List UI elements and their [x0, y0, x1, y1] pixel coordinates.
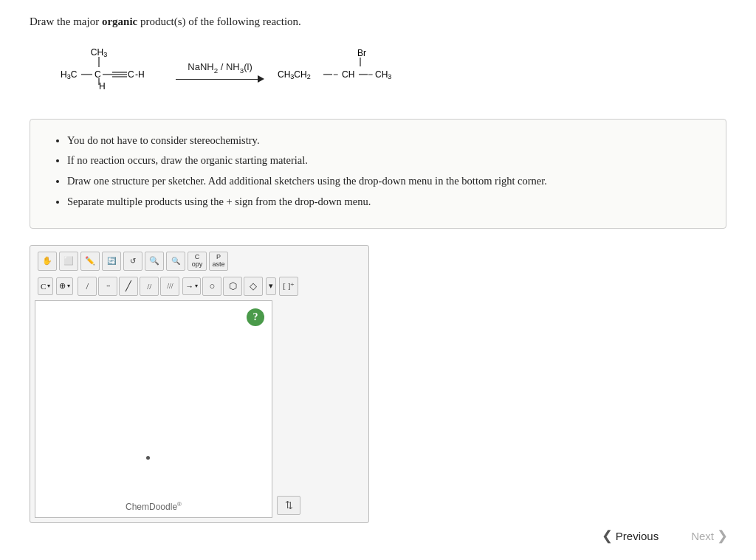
svg-text:CH: CH	[342, 69, 354, 80]
organic-bold: organic	[102, 15, 137, 27]
ring-hex-btn[interactable]: ⬡	[223, 277, 242, 296]
sketcher-canvas[interactable]: ? ChemDoodle®	[35, 300, 272, 518]
svg-text:C: C	[128, 69, 134, 80]
svg-text:−: −	[368, 69, 373, 80]
sketcher-wrapper: ✋ ⬜ ✏️ 🔄 ↺ 🔍 🔍 Copy Paste	[30, 245, 369, 523]
chemdoodle-label: ChemDoodle®	[126, 502, 182, 512]
canvas-dropdown-btn[interactable]: ⇅	[277, 496, 300, 515]
atom-plus-chevron: ▾	[67, 283, 70, 289]
bond-triple-btn[interactable]: ///	[160, 277, 179, 296]
arrow-dropdown[interactable]: → ▾	[182, 277, 201, 295]
ring-arrow-label: ▾	[269, 281, 273, 291]
instructions-box: You do not have to consider stereochemis…	[30, 119, 726, 229]
chemdoodle-reg: ®	[177, 501, 182, 508]
lasso-tool-btn[interactable]: 🔄	[102, 252, 121, 271]
svg-text:−: −	[333, 69, 338, 80]
ring-arrow-dropdown[interactable]: ▾	[266, 277, 276, 295]
svg-text:CH3: CH3	[91, 47, 107, 58]
paste-btn[interactable]: Paste	[209, 252, 228, 271]
instructions-list: You do not have to consider stereochemis…	[51, 133, 705, 210]
reagent-label: NaNH2 / NH3(l)	[188, 61, 252, 75]
pencil-tool-btn[interactable]: ✏️	[80, 252, 100, 271]
help-circle-btn[interactable]: ?	[247, 308, 264, 326]
instruction-item-3: Draw one structure per sketcher. Add add…	[67, 173, 705, 190]
question-text: Draw the major organic product(s) of the…	[30, 13, 726, 30]
zoom-out-btn[interactable]: 🔍	[166, 252, 185, 271]
sketcher-toolbar-top: ✋ ⬜ ✏️ 🔄 ↺ 🔍 🔍 Copy Paste	[35, 250, 364, 272]
element-c-label: C	[41, 282, 46, 291]
svg-text:C: C	[94, 69, 101, 80]
next-button[interactable]: Next ❯	[675, 520, 744, 551]
bracket-btn[interactable]: [ ]⁺	[279, 277, 298, 296]
nav-buttons: ❮ Previous Next ❯	[574, 511, 756, 560]
bond-wedge-btn[interactable]: ╱	[119, 277, 138, 296]
instruction-item-2: If no reaction occurs, draw the organic …	[67, 153, 705, 169]
bond-double-btn[interactable]: //	[140, 277, 159, 296]
element-c-chevron: ▾	[47, 283, 50, 289]
bond-single-btn[interactable]: /	[78, 277, 97, 296]
element-c-dropdown[interactable]: C ▾	[38, 277, 53, 295]
svg-text:H: H	[99, 81, 106, 91]
reactant-molecule: CH3 H3C C H C -H	[59, 46, 162, 98]
instruction-item-1: You do not have to consider stereochemis…	[67, 133, 705, 149]
atom-plus-dropdown[interactable]: ⊕ ▾	[56, 277, 73, 295]
bond-dashed-btn[interactable]: ···	[98, 277, 117, 296]
hand-tool-btn[interactable]: ✋	[38, 252, 57, 271]
zoom-in-btn[interactable]: 🔍	[145, 252, 164, 271]
arrow-chevron: ▾	[195, 283, 198, 289]
lasso-plus-tool-btn[interactable]: ↺	[123, 252, 142, 271]
canvas-dot	[146, 456, 150, 460]
copy-btn[interactable]: Copy	[188, 252, 207, 271]
next-chevron-icon: ❯	[717, 528, 728, 544]
svg-text:-H: -H	[135, 69, 145, 80]
instruction-item-4: Separate multiple products using the + s…	[67, 194, 705, 210]
previous-chevron-icon: ❮	[602, 528, 613, 544]
ring-diamond-btn[interactable]: ◇	[244, 277, 263, 296]
arrow-label: →	[185, 282, 193, 291]
svg-text:Br: Br	[357, 48, 366, 58]
previous-button[interactable]: ❮ Previous	[585, 520, 675, 551]
svg-text:CH3: CH3	[375, 69, 391, 80]
ring-circle-btn[interactable]: ○	[202, 277, 221, 296]
product-molecule: Br CH3CH2 − CH − CH3	[278, 46, 410, 98]
help-symbol: ?	[253, 311, 258, 323]
sketcher-toolbar-bottom: C ▾ ⊕ ▾ / ··· ╱ // /// → ▾ ○ ⬡ ◇	[35, 275, 364, 297]
select-tool-btn[interactable]: ⬜	[59, 252, 78, 271]
previous-label: Previous	[616, 530, 659, 542]
atom-plus-symbol: ⊕	[59, 281, 66, 291]
svg-text:CH3CH2: CH3CH2	[278, 69, 311, 80]
next-label: Next	[691, 530, 714, 542]
reaction-area: CH3 H3C C H C -H	[59, 46, 726, 98]
reaction-arrow-section: NaNH2 / NH3(l)	[176, 61, 264, 83]
svg-text:H3C: H3C	[61, 69, 78, 80]
reaction-arrow	[176, 75, 264, 83]
